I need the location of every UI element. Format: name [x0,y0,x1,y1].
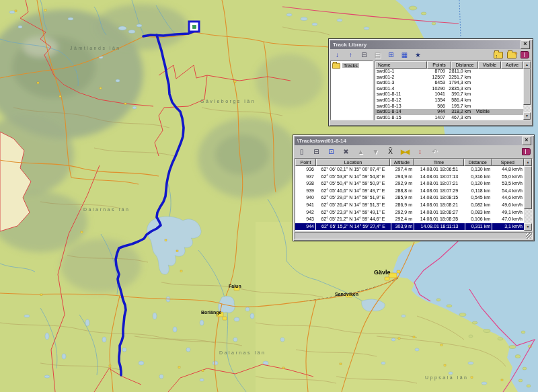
altitude-profile-icon[interactable]: ↕ [414,147,425,157]
track-row-swd01-8-13[interactable]: swd01-8-13566195,7 km [375,104,523,110]
scroll-down-icon[interactable]: ▼ [524,223,532,231]
cell [494,104,514,110]
cell: 62° 05' 46,6" N 14° 59' 49,7" E [315,188,391,195]
tree-item-tracks[interactable]: Tracks [332,62,372,69]
vertical-scrollbar[interactable]: ▲ ▼ [524,159,532,231]
cell [494,109,514,115]
help-book-icon [521,51,529,58]
help-book-icon[interactable] [521,147,532,157]
column-header-distance[interactable]: Distance [451,61,478,69]
track-row-swd01-8-12[interactable]: swd01-8-121354586,4 km [375,97,523,104]
track-properties-icon: ▤ [371,50,383,60]
close-icon[interactable]: × [521,40,530,49]
cell: 14.08.01 18:06:51 [414,166,465,173]
cell: 14.08.01 18:11:13 [414,223,465,231]
cell: 53,5 km/h [492,180,524,188]
window-title: \Tracks\swd01-8-14 [297,138,522,144]
cell: 292,9 m [391,180,414,188]
cell [472,115,494,120]
point-row-941[interactable]: 94162° 05' 26,4" N 14° 59' 51,3" E286,9 … [295,202,524,209]
point-row-943[interactable]: 94362° 05' 21,2" N 14° 59' 44,6" E292,4 … [295,216,524,223]
point-row-937[interactable]: 93762° 05' 53,8" N 14° 59' 54,8" E293,9 … [295,173,524,181]
filter-icon[interactable]: ▶◀ [399,147,410,157]
cell: 8709 [424,69,447,75]
current-position-marker[interactable] [189,22,199,32]
cell: 44,6 km/h [492,194,524,202]
point-table-icon[interactable]: ▦ [398,50,410,60]
delete-point-icon[interactable]: ✖ [340,147,351,157]
folder-up-icon[interactable] [492,50,504,60]
window-title: Track Library [333,42,521,48]
cell: 62° 05' 50,4" N 14° 59' 50,9" E [315,180,391,188]
statistics-icon[interactable]: X̄ [384,147,395,157]
cell: 62° 05' 53,8" N 14° 59' 54,8" E [315,173,391,181]
print-icon[interactable]: ⊟ [358,50,369,60]
scroll-down-icon[interactable]: ▼ [523,112,531,120]
column-header-visible[interactable]: Visible [478,61,501,69]
close-icon[interactable]: × [522,136,531,145]
move-up-icon: ▲ [354,147,366,157]
simulate-track-icon[interactable]: ★ [412,50,423,60]
cell [494,75,514,81]
column-header-active[interactable]: Active [501,61,523,69]
track-row-swd01-8-11[interactable]: swd01-8-111041390,7 km [375,91,523,97]
vertical-scrollbar[interactable]: ▲ ▼ [523,61,531,120]
folder-icon [332,63,340,69]
cell: 937 [295,173,315,181]
cell: 14.08.01 18:07:21 [414,180,465,188]
new-folder-icon[interactable] [506,50,517,60]
cell: 293,9 m [391,173,414,181]
gps-download-icon[interactable]: ↓ [331,50,342,60]
track-row-swd01-8-15[interactable]: swd01-8-151407467,3 km [375,115,523,120]
column-header-name[interactable]: Name [375,61,427,69]
cell [494,69,514,75]
track-library-titlebar[interactable]: Track Library × [330,40,531,49]
scroll-up-icon[interactable]: ▲ [524,159,532,166]
column-header-location[interactable]: Location [316,159,390,166]
cell: 940 [295,194,315,202]
track-row-swd01-1[interactable]: swd01-187092811,0 km [375,69,523,75]
point-row-938[interactable]: 93862° 05' 50,4" N 14° 59' 50,9" E292,9 … [295,180,524,188]
cell: 10290 [424,86,447,92]
cell: 14.08.01 18:07:29 [414,188,465,195]
point-row-944[interactable]: 94462° 05' 15,2" N 14° 59' 27,4" E303,9 … [295,223,524,231]
scrollbar-thumb[interactable] [524,166,532,209]
cell: 286,9 m [391,202,414,209]
point-row-940[interactable]: 94062° 05' 29,0" N 14° 59' 51,9" E285,9 … [295,194,524,202]
help-book-icon[interactable] [519,50,531,60]
column-header-distance[interactable]: Distance [464,159,492,166]
cell: 1407 [424,115,447,120]
folder-tree[interactable]: Tracks [330,61,373,120]
scroll-up-icon[interactable]: ▲ [523,61,531,69]
cell: 288,8 m [391,188,414,195]
track-row-swd01-4[interactable]: swd01-4102902835,3 km [375,86,523,92]
track-row-swd01-3[interactable]: swd01-364531794,3 km [375,80,523,86]
track-row-swd01-8-14[interactable]: swd01-8-14944318,2 kmVisible [375,109,523,115]
column-header-point[interactable]: Point [295,159,316,166]
cell: 14.08.01 18:08:21 [414,202,465,209]
column-header-time[interactable]: Time [414,159,464,166]
resize-grip[interactable] [526,233,532,239]
column-header-speed[interactable]: Speed [492,159,524,166]
undo-icon: ↶ [428,147,440,157]
scrollbar-thumb[interactable] [523,69,531,105]
gps-upload-icon[interactable]: ↑ [344,50,356,60]
point-row-942[interactable]: 94262° 05' 23,9" N 14° 59' 49,1" E292,9 … [295,209,524,217]
cell: 49,6 km/h [492,202,524,209]
show-on-map-icon[interactable]: ⊡ [325,147,336,157]
tree-item-label: Tracks [342,63,359,68]
point-row-939[interactable]: 93962° 05' 46,6" N 14° 59' 49,7" E288,8 … [295,188,524,195]
track-points-titlebar[interactable]: \Tracks\swd01-8-14 × [295,136,533,145]
cell [472,86,494,92]
cell: 62° 05' 21,2" N 14° 59' 44,6" E [315,216,391,223]
send-to-gps-icon[interactable]: ⊞ [385,50,396,60]
cell: 195,7 km [447,104,472,110]
column-header-altitude[interactable]: Altitude [390,159,414,166]
export-point-icon[interactable]: ▯ [295,147,307,157]
track-row-swd01-2[interactable]: swd01-2125973251,7 km [375,75,523,81]
point-row-936[interactable]: 93662° 06' 02,1" N 15° 00' 07,4" E297,4 … [295,166,524,173]
column-header-points[interactable]: Points [427,61,451,69]
cell: 62° 05' 15,2" N 14° 59' 27,4" E [315,223,391,231]
cell: 14.08.01 18:08:35 [414,216,465,223]
print-icon[interactable]: ⊟ [310,147,321,157]
